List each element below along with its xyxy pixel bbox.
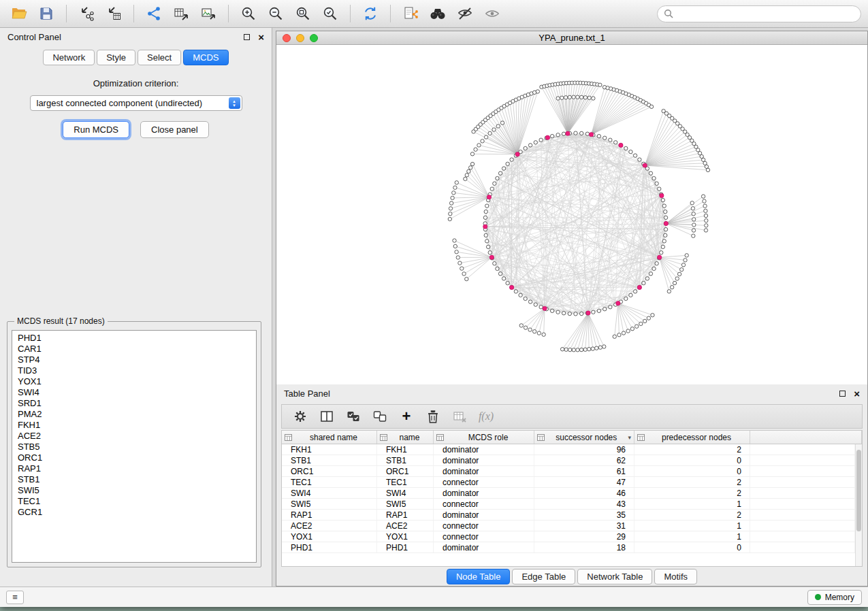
scrollbar-thumb[interactable] [856, 450, 861, 531]
table-cell: 0 [634, 455, 750, 465]
delete-column-button[interactable] [423, 407, 443, 426]
zoom-fit-button[interactable] [291, 3, 315, 24]
mcds-result-item[interactable]: SWI4 [18, 387, 251, 398]
zoom-selected-icon [321, 5, 339, 22]
tab-network[interactable]: Network [43, 50, 95, 65]
run-mcds-button[interactable]: Run MCDS [63, 121, 129, 138]
close-table-panel-icon[interactable]: × [854, 389, 860, 399]
zoom-in-button[interactable] [236, 3, 261, 24]
close-panel-icon[interactable]: × [258, 32, 264, 42]
network-titlebar: YPA_prune.txt_1 [276, 31, 867, 45]
tab-mcds[interactable]: MCDS [183, 50, 228, 65]
table-settings-button[interactable] [290, 407, 310, 426]
tab-select[interactable]: Select [138, 50, 181, 65]
table-row[interactable]: STB1STB1dominator620 [282, 455, 855, 466]
mcds-result-item[interactable]: SRD1 [18, 398, 251, 409]
mcds-result-item[interactable]: STB5 [18, 442, 251, 452]
import-network-button[interactable] [74, 3, 99, 24]
tab-network-table[interactable]: Network Table [577, 569, 652, 584]
status-bar: ≡ Memory [0, 587, 868, 607]
mcds-result-item[interactable]: STP4 [18, 354, 251, 365]
mcds-result-item[interactable]: YOX1 [18, 376, 251, 387]
show-column-panel-button[interactable] [317, 407, 337, 426]
table-row[interactable]: SWI5SWI5connector431 [282, 499, 855, 510]
float-table-panel-icon[interactable] [839, 391, 846, 397]
column-header-MCDS-role[interactable]: MCDS role [434, 431, 534, 444]
table-row[interactable]: SWI4SWI4dominator462 [282, 488, 855, 499]
mcds-result-item[interactable]: FKH1 [18, 420, 251, 431]
mcds-result-item[interactable]: PHD1 [18, 333, 251, 344]
function-builder-button[interactable]: f(x) [476, 407, 496, 426]
open-session-button[interactable] [7, 3, 31, 24]
table-cell: STB1 [282, 455, 377, 465]
table-cell: TEC1 [377, 477, 434, 487]
tab-style[interactable]: Style [97, 50, 135, 65]
column-menu-arrow-icon[interactable]: ▾ [628, 434, 631, 441]
tab-node-table[interactable]: Node Table [447, 569, 511, 584]
table-cell: dominator [434, 542, 534, 552]
table-cell: 47 [534, 477, 634, 487]
minimize-window-icon[interactable] [296, 34, 304, 42]
task-history-button[interactable]: ≡ [6, 591, 24, 604]
save-session-button[interactable] [34, 3, 59, 24]
table-row[interactable]: YOX1YOX1connector291 [282, 531, 855, 542]
mcds-result-list[interactable]: PHD1CAR1STP4TID3YOX1SWI4SRD1PMA2FKH1ACE2… [12, 330, 257, 563]
table-cell: 0 [634, 466, 750, 476]
mcds-result-item[interactable]: TEC1 [18, 496, 251, 507]
mcds-result-item[interactable]: TID3 [18, 365, 251, 376]
mcds-result-item[interactable]: GCR1 [18, 507, 251, 518]
table-cell: FKH1 [282, 444, 377, 455]
table-row[interactable]: RAP1RAP1dominator352 [282, 510, 855, 521]
close-window-icon[interactable] [283, 34, 291, 42]
table-row[interactable]: ORC1ORC1dominator610 [282, 466, 855, 477]
table-cell: 46 [534, 488, 634, 498]
tab-edge-table[interactable]: Edge Table [512, 569, 575, 584]
mcds-result-item[interactable]: SWI5 [18, 485, 251, 496]
table-row[interactable]: PHD1PHD1dominator180 [282, 542, 855, 553]
table-row[interactable]: FKH1FKH1dominator962 [282, 444, 855, 455]
table-cell: ORC1 [282, 466, 377, 476]
mcds-result-item[interactable]: STB1 [18, 474, 251, 485]
criterion-dropdown[interactable]: largest connected component (undirected)… [30, 95, 242, 111]
memory-button[interactable]: Memory [807, 590, 862, 605]
column-header-shared-name[interactable]: shared name [282, 431, 377, 444]
control-panel-header: Control Panel × [0, 28, 272, 46]
deselect-all-button[interactable] [370, 407, 390, 426]
delete-table-button[interactable] [449, 407, 470, 426]
add-column-button[interactable]: + [396, 407, 417, 426]
network-canvas[interactable] [276, 45, 867, 384]
mcds-result-item[interactable]: RAP1 [18, 463, 251, 474]
zoom-selected-button[interactable] [318, 3, 342, 24]
mcds-result-item[interactable]: CAR1 [18, 344, 251, 354]
mcds-result-item[interactable]: PMA2 [18, 409, 251, 420]
table-row[interactable]: ACE2ACE2connector311 [282, 521, 855, 531]
column-header-name[interactable]: name [377, 431, 434, 444]
select-all-button[interactable] [343, 407, 364, 426]
mcds-result-item[interactable]: ACE2 [18, 431, 251, 442]
zoom-out-button[interactable] [263, 3, 288, 24]
network-overview-button[interactable] [480, 3, 504, 24]
fx-icon: f(x) [479, 410, 494, 423]
graphics-details-button[interactable] [453, 3, 477, 24]
apply-layout-button[interactable] [358, 3, 383, 24]
float-panel-icon[interactable] [244, 34, 250, 40]
toolbar-search-input[interactable] [677, 9, 854, 18]
column-header-predecessor-nodes[interactable]: predecessor nodes [634, 431, 750, 444]
mcds-result-item[interactable]: ORC1 [18, 452, 251, 463]
share-network-button[interactable] [398, 3, 423, 24]
export-network-button[interactable] [142, 3, 166, 24]
export-table-button[interactable] [169, 3, 193, 24]
right-column: YPA_prune.txt_1 Table Panel × [272, 28, 868, 587]
import-network-icon [78, 5, 95, 22]
import-table-button[interactable] [101, 3, 126, 24]
main-toolbar [0, 0, 868, 28]
tab-motifs[interactable]: Motifs [654, 569, 697, 584]
table-row[interactable]: TEC1TEC1connector472 [282, 477, 855, 488]
network-graph[interactable] [276, 45, 867, 384]
export-image-button[interactable] [196, 3, 221, 24]
maximize-window-icon[interactable] [310, 34, 318, 42]
close-panel-button[interactable]: Close panel [140, 121, 209, 138]
table-scrollbar[interactable] [855, 444, 862, 566]
column-header-successor-nodes[interactable]: successor nodes▾ [534, 431, 634, 444]
find-button[interactable] [425, 3, 450, 24]
